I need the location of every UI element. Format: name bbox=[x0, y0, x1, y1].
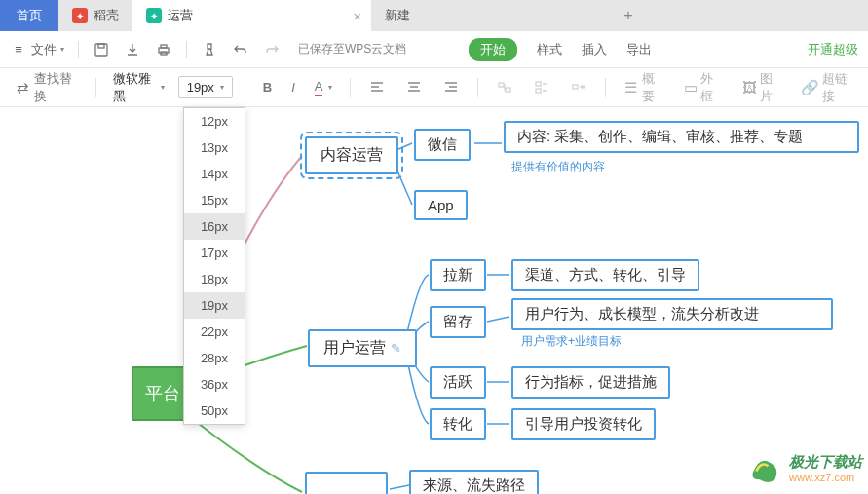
node-content-ops[interactable]: 内容运营 bbox=[305, 136, 398, 174]
add-child-button[interactable] bbox=[490, 75, 519, 100]
node-text: 用户行为、成长模型，流失分析改进 bbox=[525, 305, 759, 322]
download-button[interactable] bbox=[124, 41, 141, 58]
node-content-note: 提供有价值的内容 bbox=[511, 159, 605, 175]
node-extra-empty[interactable] bbox=[305, 472, 388, 494]
print-button[interactable] bbox=[155, 41, 172, 58]
svg-rect-8 bbox=[536, 89, 541, 93]
font-size-option[interactable]: 15px bbox=[184, 187, 245, 213]
vip-link[interactable]: 开通超级 bbox=[808, 41, 858, 58]
mindmap-canvas[interactable]: 平台 内容运营 微信 App 内容: 采集、创作、编辑、审核、推荐、专题 提供有… bbox=[0, 107, 868, 494]
find-replace-label: 查找替换 bbox=[34, 70, 78, 105]
download-icon bbox=[124, 41, 141, 58]
edit-icon[interactable]: ✎ bbox=[391, 341, 401, 356]
hyperlink-label: 超链接 bbox=[822, 70, 852, 105]
tab-daoke[interactable]: ✦ 稻壳 bbox=[58, 0, 132, 31]
font-size-option[interactable]: 36px bbox=[184, 371, 245, 398]
font-size-option[interactable]: 17px bbox=[184, 240, 245, 266]
divider bbox=[78, 41, 79, 58]
align-left-button[interactable] bbox=[362, 75, 392, 100]
font-size-select[interactable]: 19px ▾ bbox=[178, 76, 233, 98]
font-size-option[interactable]: 14px bbox=[184, 161, 245, 187]
node-u3-detail[interactable]: 行为指标，促进措施 bbox=[511, 366, 670, 399]
align-right-button[interactable] bbox=[436, 75, 466, 100]
add-sibling-button[interactable] bbox=[527, 75, 556, 100]
node-text: 留存 bbox=[443, 313, 472, 329]
delete-node-button[interactable] bbox=[564, 75, 593, 100]
align-left-icon bbox=[368, 79, 386, 96]
save-status-text: 已保存至WPS云文档 bbox=[298, 41, 406, 57]
node-u1[interactable]: 拉新 bbox=[430, 259, 486, 291]
redo-button[interactable] bbox=[263, 41, 281, 58]
align-center-button[interactable] bbox=[399, 75, 429, 100]
node-u1-detail[interactable]: 渠道、方式、转化、引导 bbox=[511, 259, 699, 291]
sibling-node-icon bbox=[533, 79, 550, 96]
save-button[interactable] bbox=[93, 41, 110, 58]
link-icon: 🔗 bbox=[802, 79, 819, 96]
node-source[interactable]: 来源、流失路径 bbox=[409, 470, 539, 494]
daoke-icon: ✦ bbox=[72, 8, 88, 23]
italic-button[interactable]: I bbox=[285, 76, 301, 98]
node-app[interactable]: App bbox=[414, 190, 468, 220]
overview-button[interactable]: ☰概要 bbox=[618, 66, 669, 109]
node-wechat[interactable]: 微信 bbox=[414, 129, 471, 161]
file-label: 文件 bbox=[31, 41, 57, 58]
node-text: 引导用户投资转化 bbox=[525, 415, 642, 432]
node-user-ops[interactable]: 用户运营✎ bbox=[308, 329, 417, 367]
undo-button[interactable] bbox=[232, 41, 249, 58]
node-u4-detail[interactable]: 引导用户投资转化 bbox=[511, 408, 656, 440]
tab-home[interactable]: 首页 bbox=[0, 0, 58, 31]
font-size-option[interactable]: 22px bbox=[184, 319, 245, 345]
font-size-option[interactable]: 16px bbox=[184, 213, 245, 240]
watermark-url: www.xz7.com bbox=[789, 472, 862, 483]
node-u2[interactable]: 留存 bbox=[430, 306, 486, 338]
tab-add[interactable]: + bbox=[610, 0, 647, 31]
font-family-select[interactable]: 微软雅黑 ▾ bbox=[107, 67, 170, 108]
caret-down-icon: ▾ bbox=[161, 83, 165, 92]
watermark: 极光下载站 www.xz7.com bbox=[744, 447, 862, 488]
node-text: 内容运营 bbox=[321, 146, 383, 163]
overview-label: 概要 bbox=[642, 70, 663, 105]
close-icon[interactable]: × bbox=[353, 8, 361, 24]
separator bbox=[605, 78, 606, 97]
brush-icon bbox=[201, 41, 218, 58]
svg-rect-6 bbox=[506, 88, 510, 92]
hyperlink-button[interactable]: 🔗超链接 bbox=[796, 66, 858, 109]
find-replace-button[interactable]: ⇄ 查找替换 bbox=[10, 66, 84, 109]
menu-style[interactable]: 样式 bbox=[537, 41, 562, 58]
menu-group: 开始 样式 插入 导出 bbox=[469, 38, 652, 61]
separator bbox=[245, 78, 245, 97]
node-u2-detail[interactable]: 用户行为、成长模型，流失分析改进 bbox=[511, 298, 833, 330]
node-u3[interactable]: 活跃 bbox=[430, 366, 486, 399]
swap-icon: ⇄ bbox=[16, 79, 31, 96]
toolbar-main: ≡ 文件 ▾ 已保存至WPS云文档 开始 样式 插入 导出 开通超级 bbox=[0, 31, 868, 68]
font-size-value: 19px bbox=[187, 80, 214, 95]
frame-icon: ▭ bbox=[683, 79, 698, 96]
image-icon: 🖼 bbox=[742, 79, 758, 96]
caret-down-icon: ▾ bbox=[328, 83, 332, 92]
separator bbox=[350, 78, 351, 97]
image-button[interactable]: 🖼图片 bbox=[736, 66, 788, 109]
node-content-detail[interactable]: 内容: 采集、创作、编辑、审核、推荐、专题 bbox=[504, 121, 859, 153]
font-size-option[interactable]: 50px bbox=[184, 398, 245, 424]
undo-icon bbox=[232, 41, 249, 58]
menu-start[interactable]: 开始 bbox=[469, 38, 517, 61]
file-menu[interactable]: ≡ 文件 ▾ bbox=[10, 41, 64, 58]
tab-new[interactable]: 新建 bbox=[371, 0, 610, 31]
font-size-option[interactable]: 12px bbox=[184, 108, 245, 134]
align-right-icon bbox=[442, 79, 460, 96]
frame-button[interactable]: ▭外框 bbox=[677, 66, 729, 109]
font-size-option[interactable]: 18px bbox=[184, 266, 245, 292]
tab-active[interactable]: ✦ 运营 × bbox=[132, 0, 371, 31]
font-color-button[interactable]: A▾ bbox=[309, 75, 339, 100]
font-size-option[interactable]: 28px bbox=[184, 345, 245, 371]
node-text: 来源、流失路径 bbox=[423, 476, 525, 493]
node-u4[interactable]: 转化 bbox=[430, 408, 486, 440]
menu-export[interactable]: 导出 bbox=[626, 41, 652, 58]
format-painter-button[interactable] bbox=[201, 41, 218, 58]
svg-rect-5 bbox=[499, 83, 504, 87]
menu-insert[interactable]: 插入 bbox=[582, 41, 607, 58]
font-size-option[interactable]: 13px bbox=[184, 134, 245, 161]
bold-button[interactable]: B bbox=[257, 76, 278, 98]
tab-new-label: 新建 bbox=[385, 7, 410, 24]
font-size-option[interactable]: 19px bbox=[184, 292, 245, 319]
